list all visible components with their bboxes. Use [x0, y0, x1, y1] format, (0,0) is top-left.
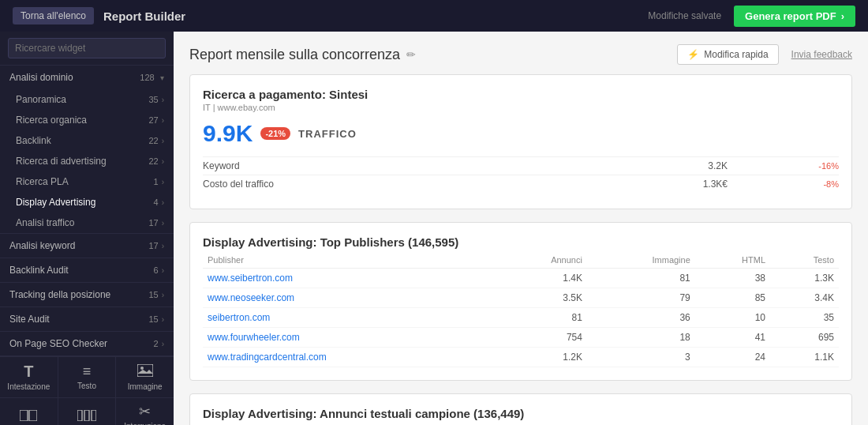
sidebar-section-header-tracking[interactable]: Tracking della posizione 15›: [0, 283, 174, 307]
svg-rect-0: [137, 364, 153, 377]
svg-point-1: [140, 367, 144, 370]
col-html: HTML: [695, 252, 770, 269]
immagine-cell: 3: [587, 348, 695, 367]
toolbar-interruzione-button[interactable]: ✂ Interruzione Di Pagina: [116, 398, 174, 425]
publisher-cell: www.tradingcardcentral.com: [203, 348, 494, 367]
sidebar-item-display-advertising[interactable]: Display Advertising 4›: [0, 192, 174, 212]
traffic-number: 9.9K: [203, 120, 253, 147]
page-title: Report mensile sulla concorrenza: [189, 47, 400, 63]
chevron-right-icon: ›: [162, 137, 164, 145]
paid-search-title: Ricerca a pagamento: Sintesi: [203, 88, 839, 101]
testo-cell: 695: [770, 328, 839, 348]
svg-rect-4: [77, 410, 82, 421]
sidebar: Analisi dominio 128 ▾ Panoramica 35› Ric…: [0, 32, 174, 425]
col-testo: Testo: [770, 252, 839, 269]
annunci-cell: 754: [494, 328, 587, 348]
toolbar-immagine-button[interactable]: Immagine: [116, 357, 174, 398]
publisher-cell: www.seibertron.com: [203, 269, 494, 288]
html-cell: 41: [695, 328, 770, 348]
publishers-card: Display Advertising: Top Publishers (146…: [189, 222, 852, 381]
sidebar-section-header-analisi-dominio[interactable]: Analisi dominio 128 ▾: [0, 66, 174, 89]
two-columns-icon: [20, 409, 37, 423]
edit-pencil-icon[interactable]: ✏: [406, 48, 416, 61]
metric-keyword-value: 3.2K: [592, 157, 728, 175]
three-columns-icon: [77, 409, 96, 423]
ads-card: Display Advertising: Annunci testuali ca…: [189, 393, 852, 425]
modify-button[interactable]: ⚡ Modifica rapida: [677, 44, 778, 65]
sidebar-section-backlink-audit: Backlink Audit 6›: [0, 258, 174, 283]
html-cell: 10: [695, 308, 770, 328]
html-cell: 24: [695, 348, 770, 367]
chevron-right-icon: ›: [162, 242, 164, 250]
back-button[interactable]: Torna all'elenco: [13, 7, 94, 24]
sidebar-item-ricerca-advertising[interactable]: Ricerca di advertising 22›: [0, 151, 174, 171]
svg-rect-3: [29, 410, 37, 421]
table-row: www.seibertron.com 1.4K 81 38 1.3K: [203, 269, 839, 288]
main-layout: Analisi dominio 128 ▾ Panoramica 35› Ric…: [0, 32, 868, 425]
publisher-cell: seibertron.com: [203, 308, 494, 328]
chevron-right-icon: ›: [162, 96, 164, 104]
table-row: Costo del traffico 1.3K€ -8%: [203, 175, 839, 194]
content-header: Report mensile sulla concorrenza ✏ ⚡ Mod…: [189, 44, 852, 65]
sidebar-section-label: Analisi dominio: [9, 72, 73, 83]
toolbar-testo-label: Testo: [77, 382, 96, 390]
chevron-right-icon: ›: [162, 291, 164, 299]
chevron-right-icon: ›: [162, 266, 164, 275]
immagine-cell: 81: [587, 269, 695, 288]
table-row: www.fourwheeler.com 754 18 41 695: [203, 328, 839, 348]
sidebar-section-header-analisi-keyword[interactable]: Analisi keyword 17›: [0, 234, 174, 258]
chevron-right-icon: ›: [162, 219, 164, 228]
app-title: Report Builder: [103, 9, 185, 23]
generate-report-button[interactable]: Genera report PDF ›: [734, 6, 855, 27]
toolbar-immagine-label: Immagine: [128, 382, 163, 391]
annunci-cell: 1.4K: [494, 269, 587, 288]
col-annunci: Annunci: [494, 252, 587, 269]
image-icon: [137, 364, 153, 379]
sidebar-search-area: [0, 32, 174, 66]
toolbar-2-colonne-button[interactable]: 2 Colonne: [0, 398, 58, 425]
sidebar-item-ricerca-organica[interactable]: Ricerca organica 27›: [0, 110, 174, 130]
chevron-right-icon: ›: [162, 157, 164, 166]
col-publisher: Publisher: [203, 252, 494, 269]
sidebar-section-header-site-audit[interactable]: Site Audit 15›: [0, 307, 174, 331]
sidebar-section-count: 128: [140, 73, 154, 82]
chevron-down-icon: ▾: [160, 73, 164, 82]
svg-rect-2: [20, 410, 28, 421]
toolbar-row-1: T Intestazione ≡ Testo Immagine: [0, 357, 174, 398]
heading-icon: T: [24, 363, 33, 379]
svg-rect-5: [84, 410, 89, 421]
metric-keyword-label: Keyword: [203, 157, 592, 175]
text-icon: ≡: [83, 364, 92, 378]
chevron-right-icon: ›: [162, 198, 164, 207]
sidebar-section-header-backlink-audit[interactable]: Backlink Audit 6›: [0, 258, 174, 282]
table-row: Keyword 3.2K -16%: [203, 157, 839, 175]
table-header-row: Publisher Annunci Immagine HTML Testo: [203, 252, 839, 269]
svg-rect-6: [92, 410, 96, 421]
paid-search-url: IT | www.ebay.com: [203, 103, 839, 112]
publisher-cell: www.fourwheeler.com: [203, 328, 494, 348]
topbar: Torna all'elenco Report Builder Modifich…: [0, 0, 868, 32]
toolbar-intestazione-label: Intestazione: [7, 382, 50, 391]
sidebar-item-analisi-traffico[interactable]: Analisi traffico 17›: [0, 212, 174, 233]
chevron-right-icon: ›: [162, 340, 164, 348]
immagine-cell: 18: [587, 328, 695, 348]
sidebar-item-backlink[interactable]: Backlink 22›: [0, 130, 174, 151]
sidebar-item-panoramica[interactable]: Panoramica 35›: [0, 89, 174, 110]
publishers-table: Publisher Annunci Immagine HTML Testo ww…: [203, 252, 839, 367]
toolbar-testo-button[interactable]: ≡ Testo: [58, 357, 117, 398]
sidebar-item-ricerca-pla[interactable]: Ricerca PLA 1›: [0, 171, 174, 192]
toolbar-3-colonne-button[interactable]: 3 Colonne: [58, 398, 117, 425]
toolbar-row-2: 2 Colonne 3 Colonne ✂ Interruzione Di Pa…: [0, 398, 174, 425]
search-input[interactable]: [8, 38, 166, 58]
topbar-right: Modifiche salvate Genera report PDF ›: [648, 6, 855, 27]
feedback-link[interactable]: Invia feedback: [791, 49, 852, 60]
chevron-right-icon: ›: [162, 178, 164, 186]
table-row: www.tradingcardcentral.com 1.2K 3 24 1.1…: [203, 348, 839, 367]
sidebar-section-tracking: Tracking della posizione 15›: [0, 283, 174, 307]
testo-cell: 35: [770, 308, 839, 328]
annunci-cell: 81: [494, 308, 587, 328]
sidebar-section-header-on-page-seo[interactable]: On Page SEO Checker 2›: [0, 332, 174, 355]
content-actions: ⚡ Modifica rapida Invia feedback: [677, 44, 852, 65]
toolbar-intestazione-button[interactable]: T Intestazione: [0, 357, 58, 398]
immagine-cell: 79: [587, 288, 695, 308]
